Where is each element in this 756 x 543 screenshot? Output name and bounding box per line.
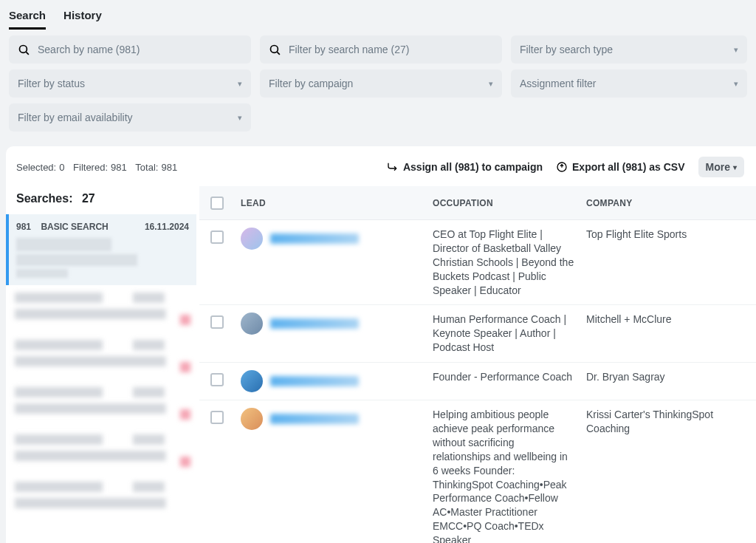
select-all-checkbox[interactable] (210, 197, 224, 210)
lead-name-redacted (270, 376, 359, 386)
filter-row-1: Filter by search type ▾ (0, 30, 756, 64)
search-entry[interactable] (6, 427, 199, 474)
chevron-down-icon: ▾ (734, 79, 738, 89)
filter-row-3: Filter by email availability ▾ (0, 98, 756, 140)
svg-line-1 (26, 52, 29, 55)
more-button[interactable]: More ▾ (698, 157, 744, 177)
company-text: Mitchell + McClure (580, 313, 756, 327)
company-text: Top Flight Elite Sports (580, 228, 756, 242)
search-entry-count: 981 (16, 222, 31, 232)
total-count: 981 (161, 162, 177, 173)
search-entry-preview (16, 238, 189, 278)
company-text: Dr. Bryan Sagray (580, 370, 756, 384)
selected-count: 0 (59, 162, 64, 173)
search-by-name-input[interactable] (38, 44, 242, 55)
leads-table: LEAD OCCUPATION COMPANY CEO at Top Fligh… (199, 186, 756, 543)
filtered-label: Filtered: (73, 162, 108, 173)
table-row[interactable]: Helping ambitious people achieve peak pe… (199, 400, 756, 543)
assignment-filter[interactable]: Assignment filter ▾ (511, 69, 747, 98)
row-checkbox[interactable] (210, 411, 224, 424)
filter-by-search-type[interactable]: Filter by search type ▾ (511, 35, 747, 64)
svg-point-2 (270, 45, 278, 52)
lead-name-redacted (270, 414, 359, 424)
table-row[interactable]: Founder - Performance Coach Dr. Bryan Sa… (199, 363, 756, 400)
search-entry[interactable] (6, 285, 199, 332)
stats-bar: Selected: 0 Filtered: 981 Total: 981 Ass… (6, 157, 756, 186)
export-button[interactable]: Export all (981) as CSV (556, 161, 685, 173)
col-occupation[interactable]: OCCUPATION (427, 198, 580, 208)
table-row[interactable]: Human Performance Coach | Keynote Speake… (199, 305, 756, 363)
row-checkbox[interactable] (210, 230, 224, 244)
occupation-text: Human Performance Coach | Keynote Speake… (427, 313, 580, 355)
search-entry-date: 16.11.2024 (145, 222, 189, 232)
assign-icon (387, 161, 399, 173)
total-label: Total: (135, 162, 158, 173)
table-row[interactable]: CEO at Top Flight Elite | Director of Ba… (199, 220, 756, 305)
svg-line-3 (277, 52, 280, 55)
searches-label: Searches: (16, 192, 73, 205)
chevron-down-icon: ▾ (734, 45, 738, 55)
filtered-count: 981 (111, 162, 127, 173)
actions: Assign all (981) to campaign Export all … (387, 157, 744, 177)
searches-heading: Searches: 27 (6, 186, 199, 211)
filter-by-status[interactable]: Filter by status ▾ (9, 69, 251, 98)
filter-label: Filter by search type (520, 44, 613, 55)
more-label: More (706, 161, 730, 173)
chevron-down-icon: ▾ (238, 113, 242, 123)
col-company[interactable]: COMPANY (580, 198, 756, 208)
search-entry-type: BASIC SEARCH (41, 222, 108, 232)
chevron-down-icon: ▾ (733, 163, 737, 171)
search-entry-active[interactable]: 981 BASIC SEARCH 16.11.2024 (6, 214, 196, 285)
search-entry[interactable] (6, 380, 199, 427)
stats-left: Selected: 0 Filtered: 981 Total: 981 (16, 162, 177, 173)
avatar (241, 370, 263, 392)
lead-name-redacted (270, 318, 359, 329)
occupation-text: CEO at Top Flight Elite | Director of Ba… (427, 228, 580, 297)
filter-label: Filter by status (18, 78, 85, 89)
search-entry[interactable] (6, 474, 199, 522)
tab-bar: Search History (0, 0, 756, 30)
search-entry[interactable] (6, 332, 199, 380)
filter-by-email[interactable]: Filter by email availability ▾ (9, 103, 251, 132)
search-by-name[interactable] (9, 35, 251, 64)
col-lead[interactable]: LEAD (235, 198, 427, 208)
row-checkbox[interactable] (210, 373, 224, 386)
selected-label: Selected: (16, 162, 56, 173)
chevron-down-icon: ▾ (238, 79, 242, 89)
company-text: Krissi Carter's ThinkingSpot Coaching (580, 408, 756, 436)
avatar (241, 228, 263, 250)
table-header: LEAD OCCUPATION COMPANY (199, 186, 756, 220)
filter-row-2: Filter by status ▾ Filter by campaign ▾ … (0, 64, 756, 98)
assign-label: Assign all (981) to campaign (403, 161, 543, 173)
occupation-text: Helping ambitious people achieve peak pe… (427, 408, 580, 543)
assign-all-button[interactable]: Assign all (981) to campaign (387, 161, 543, 173)
search-icon (269, 44, 281, 56)
avatar (241, 408, 263, 430)
export-icon (556, 161, 568, 173)
filter-by-search-name-input[interactable] (289, 44, 493, 55)
filter-label: Assignment filter (520, 78, 596, 89)
searches-sidebar: Searches: 27 981 BASIC SEARCH 16.11.2024 (6, 186, 199, 543)
filter-label: Filter by campaign (269, 78, 353, 89)
row-checkbox[interactable] (210, 315, 224, 329)
tab-history[interactable]: History (63, 6, 102, 30)
main-panel: Selected: 0 Filtered: 981 Total: 981 Ass… (6, 146, 756, 543)
searches-count: 27 (82, 192, 95, 205)
search-icon (18, 44, 30, 56)
filter-label: Filter by email availability (18, 112, 133, 123)
filter-by-search-name[interactable] (260, 35, 502, 64)
tab-search[interactable]: Search (9, 6, 46, 30)
filter-by-campaign[interactable]: Filter by campaign ▾ (260, 69, 502, 98)
chevron-down-icon: ▾ (489, 79, 493, 89)
occupation-text: Founder - Performance Coach (427, 370, 580, 384)
lead-name-redacted (270, 233, 359, 244)
export-label: Export all (981) as CSV (572, 161, 685, 173)
avatar (241, 313, 263, 335)
svg-point-0 (19, 45, 27, 52)
